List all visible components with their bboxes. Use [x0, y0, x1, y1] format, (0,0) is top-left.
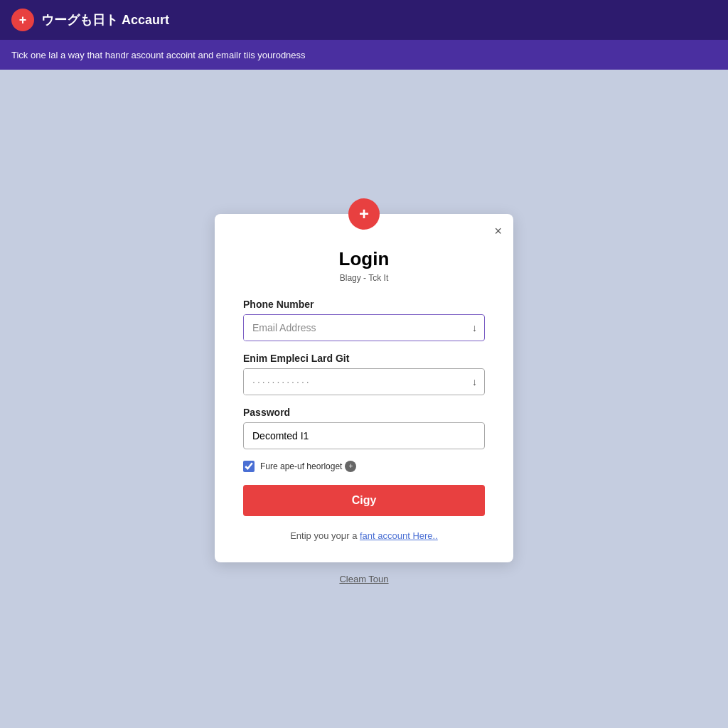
close-icon: ×: [494, 224, 502, 238]
modal-subtitle: Blagy - Tck It: [243, 273, 485, 283]
submit-label: Cigy: [352, 494, 377, 506]
remember-checkbox[interactable]: [243, 461, 255, 472]
navbar-logo[interactable]: +: [11, 9, 34, 31]
email-placeholder-text: Email Address: [244, 315, 465, 341]
checkbox-row: Fure ape-uf heorloget +: [243, 461, 485, 472]
email-dropdown-arrow-icon[interactable]: ↓: [465, 315, 484, 341]
second-field-group: Enim Empleci Lard Git ············ ↓: [243, 353, 485, 395]
second-input-wrapper[interactable]: ············ ↓: [243, 368, 485, 395]
signup-row: Entip you yoμr a fant account Here..: [243, 530, 485, 541]
password-field-group: Password: [243, 407, 485, 449]
signup-link[interactable]: fant account Here..: [360, 530, 438, 541]
modal-plus-button[interactable]: +: [348, 198, 380, 230]
phone-label: Phone Number: [243, 299, 485, 310]
signup-text: Entip you yoμr a: [290, 530, 360, 541]
modal-title: Login: [243, 248, 485, 270]
plus-icon: +: [359, 204, 369, 224]
second-field-dots: ············: [244, 369, 465, 395]
banner: Tick one lal a way that handr ascount ac…: [0, 40, 728, 70]
password-input[interactable]: [243, 422, 485, 449]
password-label: Password: [243, 407, 485, 418]
modal-wrapper: + × Login Blagy - Tck It Phone Number Em…: [215, 214, 513, 584]
main-content: + × Login Blagy - Tck It Phone Number Em…: [0, 70, 728, 728]
login-modal: × Login Blagy - Tck It Phone Number Emai…: [215, 214, 513, 562]
modal-close-button[interactable]: ×: [494, 224, 502, 239]
phone-field-group: Phone Number Email Address ↓: [243, 299, 485, 341]
below-modal-link[interactable]: Cleam Toun: [339, 574, 388, 584]
logo-plus-icon: +: [19, 13, 27, 28]
navbar-title: ウーグも日ト Accaurt: [41, 11, 169, 28]
banner-text: Tick one lal a way that handr ascount ac…: [11, 50, 306, 60]
email-input-wrapper[interactable]: Email Address ↓: [243, 314, 485, 341]
checkbox-label: Fure ape-uf heorloget: [260, 461, 342, 471]
second-field-label: Enim Empleci Lard Git: [243, 353, 485, 364]
submit-button[interactable]: Cigy: [243, 485, 485, 516]
second-dropdown-arrow-icon[interactable]: ↓: [465, 369, 484, 395]
navbar: + ウーグも日ト Accaurt: [0, 0, 728, 40]
info-icon[interactable]: +: [345, 461, 356, 472]
